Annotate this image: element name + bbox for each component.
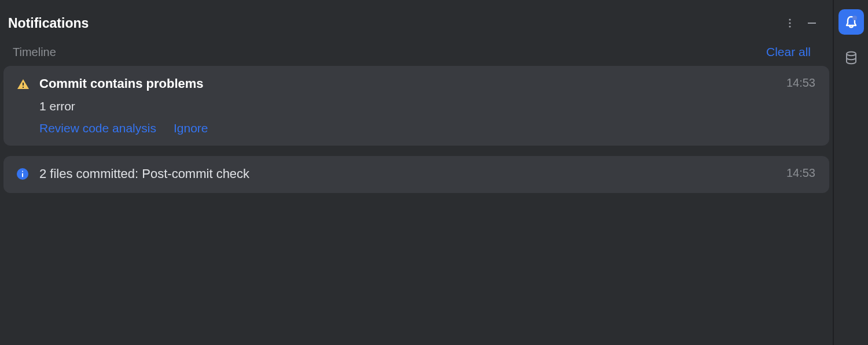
notification-title: Commit contains problems	[39, 76, 778, 91]
svg-rect-7	[22, 171, 23, 172]
notification-row: Commit contains problems 1 error Review …	[16, 76, 815, 135]
page-title: Notifications	[8, 16, 779, 31]
notification-card[interactable]: Commit contains problems 1 error Review …	[3, 66, 829, 146]
svg-rect-4	[23, 83, 24, 86]
svg-rect-5	[23, 87, 24, 88]
notifications-panel: Notifications Timeline Clear all	[0, 0, 833, 345]
more-vertical-icon	[784, 17, 796, 29]
notification-detail: 1 error	[39, 99, 778, 113]
notification-time: 14:53	[786, 166, 815, 180]
svg-point-0	[789, 18, 790, 20]
ignore-link[interactable]: Ignore	[174, 121, 208, 135]
timeline-header: Timeline Clear all	[0, 39, 833, 66]
svg-point-9	[852, 16, 857, 20]
database-tool-button[interactable]	[838, 45, 864, 71]
notification-time: 14:53	[786, 76, 815, 90]
notification-title: 2 files committed: Post-commit check	[39, 166, 778, 181]
notifications-tool-button[interactable]	[838, 9, 864, 35]
bell-icon	[843, 14, 859, 30]
right-tool-rail	[833, 0, 868, 345]
svg-point-10	[847, 52, 856, 55]
notification-actions: Review code analysis Ignore	[39, 121, 778, 135]
panel-header: Notifications	[0, 0, 833, 39]
review-code-analysis-link[interactable]: Review code analysis	[39, 121, 156, 135]
timeline-label: Timeline	[13, 46, 766, 59]
svg-point-1	[789, 22, 790, 24]
more-options-button[interactable]	[779, 13, 800, 34]
database-icon	[844, 50, 859, 65]
clear-all-button[interactable]: Clear all	[766, 45, 811, 59]
notification-list: Commit contains problems 1 error Review …	[0, 66, 833, 193]
minimize-button[interactable]	[801, 13, 822, 34]
svg-point-2	[789, 25, 790, 27]
header-actions	[779, 13, 822, 34]
svg-rect-8	[22, 173, 23, 177]
notification-content: 2 files committed: Post-commit check	[39, 166, 778, 181]
minimize-icon	[806, 17, 818, 29]
svg-rect-3	[808, 23, 816, 24]
notification-content: Commit contains problems 1 error Review …	[39, 76, 778, 135]
notification-row: 2 files committed: Post-commit check 14:…	[16, 166, 815, 183]
info-circle-icon	[16, 168, 31, 183]
notification-card[interactable]: 2 files committed: Post-commit check 14:…	[3, 156, 829, 193]
warning-triangle-icon	[16, 77, 31, 94]
